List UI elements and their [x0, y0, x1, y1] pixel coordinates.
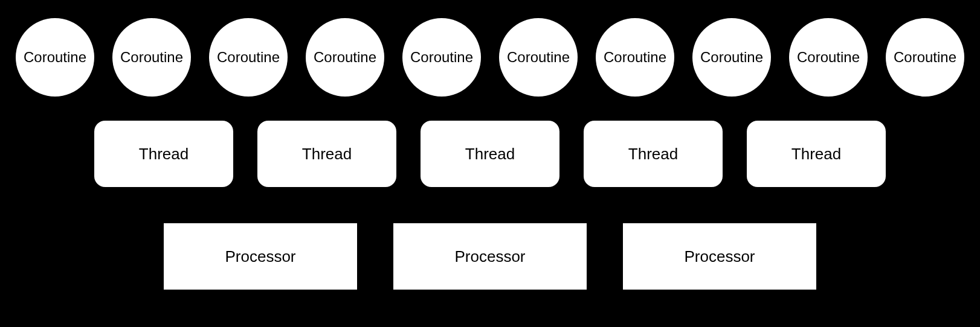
- coroutine-node: Coroutine: [596, 18, 674, 97]
- coroutine-row: Coroutine Coroutine Coroutine Coroutine …: [0, 18, 980, 97]
- thread-node: Thread: [94, 121, 233, 187]
- coroutine-label: Coroutine: [604, 49, 666, 66]
- thread-node: Thread: [747, 121, 886, 187]
- processor-label: Processor: [225, 247, 295, 266]
- processor-row: Processor Processor Processor: [0, 223, 980, 290]
- coroutine-node: Coroutine: [112, 18, 191, 97]
- coroutine-node: Coroutine: [306, 18, 384, 97]
- thread-node: Thread: [257, 121, 396, 187]
- processor-node: Processor: [623, 223, 816, 290]
- coroutine-label: Coroutine: [24, 49, 86, 66]
- processor-label: Processor: [684, 247, 755, 266]
- coroutine-node: Coroutine: [692, 18, 771, 97]
- coroutine-label: Coroutine: [797, 49, 860, 66]
- coroutine-node: Coroutine: [499, 18, 578, 97]
- processor-label: Processor: [454, 247, 525, 266]
- coroutine-label: Coroutine: [314, 49, 376, 66]
- processor-node: Processor: [393, 223, 587, 290]
- coroutine-node: Coroutine: [209, 18, 288, 97]
- thread-node: Thread: [584, 121, 723, 187]
- coroutine-node: Coroutine: [886, 18, 964, 97]
- processor-node: Processor: [164, 223, 357, 290]
- thread-label: Thread: [139, 145, 189, 164]
- coroutine-label: Coroutine: [217, 49, 280, 66]
- coroutine-node: Coroutine: [789, 18, 868, 97]
- coroutine-label: Coroutine: [507, 49, 570, 66]
- thread-label: Thread: [791, 145, 841, 164]
- thread-label: Thread: [302, 145, 352, 164]
- thread-label: Thread: [628, 145, 678, 164]
- coroutine-label: Coroutine: [120, 49, 183, 66]
- coroutine-node: Coroutine: [16, 18, 94, 97]
- coroutine-label: Coroutine: [410, 49, 473, 66]
- coroutine-label: Coroutine: [700, 49, 763, 66]
- thread-node: Thread: [421, 121, 559, 187]
- coroutine-node: Coroutine: [402, 18, 481, 97]
- thread-label: Thread: [465, 145, 515, 164]
- thread-row: Thread Thread Thread Thread Thread: [0, 121, 980, 187]
- coroutine-label: Coroutine: [894, 49, 956, 66]
